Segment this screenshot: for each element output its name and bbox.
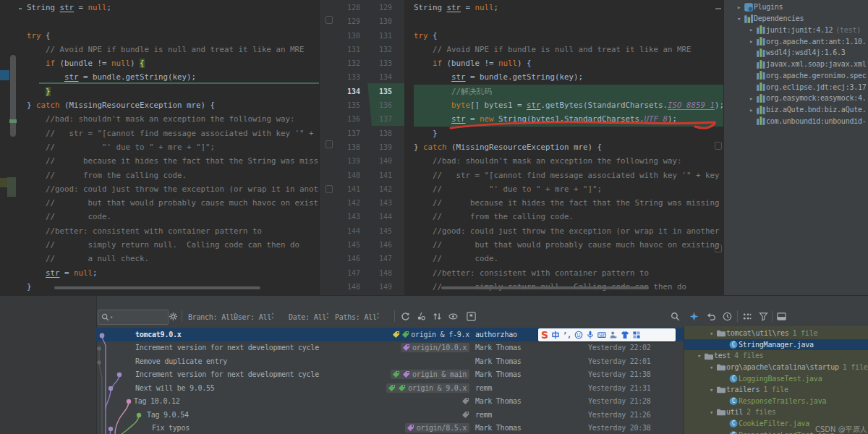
deps-tree-item[interactable]: ▾Dependencies [724,13,868,25]
file-tree-row[interactable]: ▾trailers1 file [684,384,868,396]
highlight-commits-button[interactable] [689,312,699,321]
tree-expand-icon[interactable]: ▾ [707,409,716,416]
file-tree-row[interactable]: ▾tomcat\util\res1 file [684,328,868,339]
file-tree-row[interactable]: LoggingBaseTest.java [684,373,868,384]
deps-tree-item[interactable]: wsdl4j:wsdl4j:1.6.3 [724,47,868,59]
code-line: } catch (MissingResourceException mre) { [27,98,319,112]
tree-expand-icon[interactable]: ▾ [707,364,716,371]
code-segment: //good: could just throw the exception (… [414,226,720,236]
tree-expand-icon[interactable]: ▸ [746,106,756,114]
filter-value[interactable]: All [364,313,376,321]
code-segment: // code. [27,212,111,221]
log-settings-button[interactable] [169,312,178,321]
editor-scrollbar-thumb[interactable] [10,55,16,137]
bookmark-button[interactable] [467,312,476,321]
diff-right-pane[interactable]: String str = null; try { // Avoid NPE if… [404,0,723,295]
file-tree-row[interactable]: StringManager.java [684,339,868,351]
tree-expand-icon[interactable]: ▸ [734,4,744,11]
history-button[interactable] [723,312,732,321]
file-tree-row[interactable]: ▾org\apache\catalina\startup1 file [684,362,868,373]
tree-expand-icon[interactable]: ▾ [694,352,704,359]
file-tree-row[interactable]: ▾util2 files [684,407,868,418]
deps-tree-item[interactable]: org.apache.geronimo.spec [724,70,868,82]
deps-tree-item[interactable]: ▸org.apache.ant:ant:1.10. [724,35,868,47]
log-filter-date[interactable]: Date: All▴▾ [289,311,328,321]
commit-row[interactable]: Increment version for next development c… [96,341,684,355]
group-by-button[interactable] [742,312,752,321]
tree-expand-icon[interactable]: ▾ [734,15,744,22]
tree-expand-icon[interactable]: ▸ [746,26,756,33]
class-icon [728,430,739,434]
code-segment: ; [107,3,112,12]
log-filter-paths[interactable]: Paths: All▴▾ [335,311,379,321]
filter-value[interactable]: All [221,313,234,321]
voice-input-icon[interactable] [586,331,595,339]
deps-tree-item[interactable]: javax.xml.soap:javax.xml [724,59,868,70]
code-segment [27,268,46,278]
gutter-marker-icon[interactable] [715,142,722,150]
gutter-marker-icon[interactable] [326,140,333,148]
deep-compare-button[interactable] [417,312,426,321]
emoji-icon[interactable] [574,331,583,339]
file-tree-row[interactable]: ▾test4 files [684,350,868,362]
tree-expand-icon[interactable]: ▸ [746,38,756,45]
code-line: //bad: shouldn't mask an exception the f… [27,112,319,126]
collapse-panel-button[interactable] [777,312,786,321]
vcs-toolbar: ▾ Branch: All▴▾User: All▴▾Date: All▴▾Pat… [96,296,684,328]
filter-value[interactable]: All [314,313,326,321]
refresh-button[interactable] [401,312,410,321]
commit-row[interactable]: Increment version for next development c… [96,368,684,382]
commit-row[interactable]: Tag 10.0.12Mark ThomasYesterday 21:28 [96,395,684,409]
folder-icon [704,352,714,361]
punctuation-icon[interactable]: ’, [563,331,571,339]
tree-expand-icon[interactable]: ▾ [707,386,716,393]
file-tree-row[interactable]: ResponseTrailers.java [684,396,868,407]
deps-tree-item[interactable]: ▸Plugins [724,1,868,13]
deps-tree-item[interactable]: ▸biz.aQute.bnd:biz.aQute. [724,104,868,116]
sort-button[interactable] [433,312,442,321]
account-icon[interactable] [609,331,618,339]
more-tools-icon[interactable] [632,331,641,339]
file-count-suffix: 2 files [746,408,775,416]
gutter-marker-icon[interactable] [715,244,722,252]
tag-icon [401,331,409,339]
commit-row[interactable]: Remove duplicate entryMark ThomasYesterd… [96,354,684,368]
rollback-button[interactable] [707,312,716,321]
diff-left-pane[interactable]: String str = null; try { // Avoid NPE if… [22,0,319,295]
soft-keyboard-icon[interactable] [597,331,606,339]
deps-tree-item[interactable]: org.eclipse.jdt:ecj:3.17 [724,81,868,93]
deps-tree-item[interactable]: ▸org.easymock:easymock:4. [724,93,868,104]
code-line: if (bundle != null) { [414,56,723,70]
gutter-marker-icon[interactable] [326,16,333,24]
right-line-number: 140 [363,154,392,168]
tree-expand-icon[interactable]: ▸ [746,95,756,102]
right-hscrollbar[interactable] [441,286,649,289]
ref-pill: origin/10.0.x [401,343,469,352]
gutter-marker-icon[interactable] [326,185,333,193]
commit-row[interactable]: Next will be 9.0.55origin & 9.0.xremmYes… [96,381,684,395]
code-segment: null [88,3,107,12]
left-hscrollbar[interactable] [54,286,260,289]
commit-row[interactable]: Fix typosorigin/8.5.xMark ThomasYesterda… [96,422,684,434]
ime-toolbar[interactable]: S ’, [538,328,676,341]
right-line-number: 129 [363,1,392,14]
skin-icon[interactable] [621,331,629,339]
ref-names: origin & main [412,370,467,378]
log-filter-user[interactable]: User: All▴▾ [234,311,273,321]
deps-tree-item[interactable]: ▸junit:junit:4.12(test) [724,25,868,36]
log-find-button[interactable] [671,312,680,321]
code-segment: if [27,59,55,68]
deps-tree-item[interactable]: com.unboundid:unboundid- [724,116,868,127]
search-dropdown-arrow[interactable]: ▾ [110,315,113,320]
tree-expand-icon[interactable]: ▾ [707,330,716,337]
commit-row[interactable]: Tag 9.0.54remmYesterday 21:26 [96,408,684,422]
preview-diff-button[interactable] [448,312,458,321]
left-line-number: 136 [320,112,360,126]
filter-value[interactable]: All [259,313,271,321]
sogou-logo-icon[interactable]: S [541,330,548,340]
log-filter-branch[interactable]: Branch: All▴▾ [188,311,237,321]
gutter-line-numbers: 145146 [320,238,405,252]
filter-files-button[interactable] [759,312,768,321]
log-search-input[interactable]: ▾ [98,310,169,325]
chinese-mode-icon[interactable] [551,331,560,339]
